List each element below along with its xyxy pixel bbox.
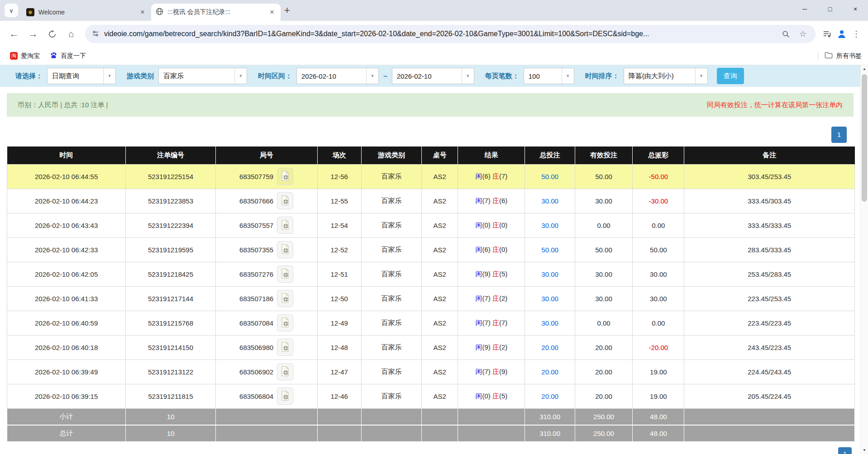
round-wrap: 683507666 [216,192,317,209]
profile-avatar[interactable] [835,28,848,40]
home-button[interactable]: ⌂ [62,25,80,43]
column-header: 游戏类别 [361,147,421,164]
url-bar[interactable]: videoie.com/game/betrecord_search/kind3?… [85,25,816,43]
tab-betrecord[interactable]: :::视讯 会员下注纪录::: × [151,4,281,21]
total-bet-value: 20.00 [541,393,558,400]
close-tab-icon[interactable]: × [138,8,147,16]
close-window-button[interactable]: × [843,0,868,18]
browser-toolbar: ← → ⌂ videoie.com/game/betrecord_search/… [0,21,868,47]
film-document-icon [281,390,290,402]
cell-time: 2026-02-10 06:41:33 [7,286,126,311]
cell-session: 12-47 [317,359,361,384]
total-bet-value: 30.00 [541,197,558,205]
game-kind-select[interactable]: 百家乐 ▼ [158,68,247,84]
bookmark-baidu[interactable]: 百度一下 [46,50,90,62]
scrollbar-thumb[interactable] [862,74,867,202]
subtotal-row-cell-0: 小计 [7,408,126,425]
sort-label: 时间排序： [585,72,619,80]
url-text[interactable]: videoie.com/game/betrecord_search/kind3?… [104,30,775,38]
cell-total-bet: 30.00 [525,311,575,335]
total-bet-value: 50.00 [541,246,558,254]
date-end-select[interactable]: 2026-02-10 ▼ [392,68,474,84]
forward-button[interactable]: → [24,25,42,43]
maximize-button[interactable]: □ [817,0,843,18]
column-header: 备注 [684,147,855,164]
reload-button[interactable] [43,25,61,43]
video-record-button[interactable] [277,168,293,185]
video-record-button[interactable] [277,314,293,331]
cell-table-no: AS2 [421,286,458,311]
cell-round-id: 683507355 [215,237,317,262]
cell-result: 闲(9) 庄(5) [458,262,525,286]
zoom-icon[interactable] [779,28,792,40]
back-button[interactable]: ← [5,25,23,43]
minimize-button[interactable]: ─ [792,0,817,18]
tab-title: Welcome [38,9,134,16]
chevron-down-icon: ▼ [366,68,378,84]
bookmark-taobao[interactable]: 淘 爱淘宝 [6,50,43,62]
cell-total-bet: 30.00 [525,213,575,237]
player-label: 闲 [475,343,482,351]
column-header: 有效投注 [575,147,632,164]
cell-game-kind: 百家乐 [361,237,421,262]
cell-game-kind: 百家乐 [361,359,421,384]
cell-payout: 30.00 [633,286,684,311]
search-button[interactable]: 查询 [717,68,744,84]
subtotal-row-cell-10 [684,408,855,425]
chevron-down-icon: ∨ [9,7,14,14]
column-header: 结果 [458,147,525,164]
grandtotal-row: 总计10310.00250.0048.00 [7,425,855,442]
cell-time: 2026-02-10 06:43:43 [7,213,126,237]
browser-menu-icon[interactable]: ⋮ [850,28,863,40]
cell-table-no: AS2 [421,335,458,359]
scroll-up-icon[interactable]: ▲ [861,65,868,73]
page-number-button-bottom[interactable]: 1 [838,447,852,454]
table-row: 2026-02-10 06:44:55523191225154683507759… [7,164,855,189]
column-header: 时间 [7,147,126,164]
page-scrollbar[interactable]: ▲ ▼ [860,65,868,454]
site-settings-icon[interactable] [91,29,100,39]
video-record-button[interactable] [277,339,293,356]
table-row: 2026-02-10 06:39:49523191213122683506902… [7,359,855,384]
page-content: 请选择： 日期查询 ▼ 游戏类别 百家乐 ▼ 时间区间： 2026-02-10 … [0,65,868,454]
tab-welcome[interactable]: ♚ Welcome × [22,4,151,21]
media-playlist-icon[interactable] [821,28,834,40]
total-bet-value: 20.00 [541,344,558,351]
sort-select[interactable]: 降冪(由大到小) ▼ [624,68,708,84]
summary-bar: 币别：人民币 | 总共 :10 注单 | 同局有效投注，统一计算在该局第一张注单… [7,93,854,117]
cell-payout: 0.00 [633,213,684,237]
cell-result: 闲(7) 庄(7) [458,311,525,335]
new-tab-button[interactable]: + [284,5,290,16]
cell-bet-id: 523191213122 [126,359,216,384]
video-record-button[interactable] [277,217,293,234]
video-record-button[interactable] [277,363,293,380]
banker-label: 庄 [492,172,499,180]
video-record-button[interactable] [277,241,293,258]
video-record-button[interactable] [277,192,293,209]
video-record-button[interactable] [277,388,293,405]
cell-payout: -20.00 [633,335,684,359]
tab-title: :::视讯 会员下注纪录::: [167,8,264,16]
scroll-down-icon[interactable]: ▼ [861,446,868,454]
cell-valid-bet: 30.00 [575,189,632,213]
page-number-button[interactable]: 1 [831,127,847,143]
video-record-button[interactable] [277,265,293,283]
window-controls: ─ □ × [792,0,868,18]
bookmark-star-icon[interactable]: ☆ [796,28,809,40]
column-header: 局号 [215,147,317,164]
date-start-select[interactable]: 2026-02-10 ▼ [296,68,379,84]
tab-search-button[interactable]: ∨ [5,4,18,17]
column-header: 桌号 [421,147,458,164]
cell-payout: 50.00 [633,237,684,262]
welcome-favicon-icon: ♚ [26,8,34,16]
video-record-button[interactable] [277,290,293,307]
per-page-select[interactable]: 100 ▼ [524,68,574,84]
cell-session: 12-50 [317,286,361,311]
player-label: 闲 [475,221,482,229]
cell-table-no: AS2 [421,164,458,189]
column-header: 总投注 [525,147,575,164]
all-bookmarks-button[interactable]: 所有书签 [836,52,862,60]
payout-value: 19.00 [650,393,667,400]
close-tab-icon[interactable]: × [268,8,276,16]
query-type-select[interactable]: 日期查询 ▼ [47,68,116,84]
